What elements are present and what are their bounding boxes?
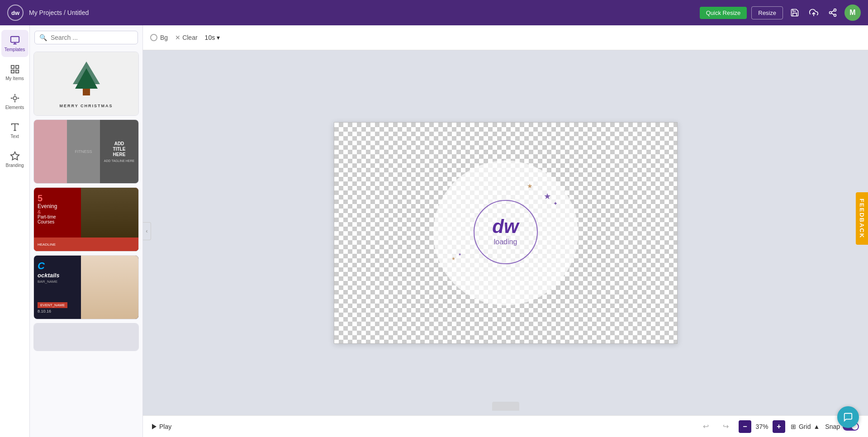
play-label: Play [159, 423, 171, 430]
svg-line-4 [831, 13, 834, 14]
canvas-toolbar: Bg ✕ Clear 10s ▾ [143, 25, 868, 50]
zoom-out-button[interactable]: − [739, 420, 751, 433]
bottom-right: ↩ ↪ − 37% + ⊞ Grid ▲ Snap [699, 419, 859, 434]
shapes-icon [10, 93, 20, 103]
template-cocktail[interactable]: C ocktails BAR_NAME EVENT_NAME 8.10.16 [33, 255, 139, 319]
templates-list: MERRY CHRISTMAS FITNESS ADDTITLEHERE ADD… [30, 48, 142, 437]
redo-button[interactable]: ↪ [719, 419, 733, 434]
svg-marker-16 [10, 152, 19, 159]
sidebar-item-templates[interactable]: Templates [1, 30, 28, 57]
template-evening[interactable]: 5 Evening & Part-time Courses HEADLINE [33, 187, 139, 252]
grid-control[interactable]: ⊞ Grid ▲ [791, 423, 820, 430]
bg-label: Bg [160, 34, 168, 41]
search-icon: 🔍 [39, 34, 47, 41]
bg-radio-circle [150, 34, 157, 41]
bottom-left: Play [152, 423, 171, 430]
svg-rect-19 [83, 89, 90, 95]
template-extra-preview [34, 323, 138, 351]
template-gym[interactable]: FITNESS ADDTITLEHERE ADD TAGLINE HERE [33, 119, 139, 184]
star-1: ★ [527, 182, 533, 190]
christmas-tree-icon [68, 59, 104, 100]
zoom-controls: − 37% + [739, 420, 785, 433]
zoom-in-button[interactable]: + [773, 420, 785, 433]
template-christmas-preview: MERRY CHRISTMAS [34, 52, 138, 115]
templates-panel: 🔍 MERRY CHRISTMAS [30, 25, 143, 437]
svg-line-5 [831, 10, 834, 12]
sidebar-icons: Templates My Items Elements Text [0, 25, 30, 437]
save-button[interactable] [787, 5, 802, 20]
zoom-level: 37% [754, 423, 770, 430]
topbar-left: dw My Projects / Untitled [7, 5, 89, 21]
sidebar-label-elements: Elements [5, 105, 24, 110]
star-4: ★ [451, 256, 455, 261]
chat-button[interactable] [837, 406, 859, 428]
play-button[interactable]: Play [152, 423, 171, 430]
svg-point-3 [834, 14, 836, 16]
chat-icon [843, 412, 853, 422]
template-gym-preview: FITNESS ADDTITLEHERE ADD TAGLINE HERE [34, 120, 138, 183]
evening-text: 5 Evening & Part-time Courses [38, 193, 57, 224]
svg-rect-10 [15, 65, 18, 68]
app-logo[interactable]: dw [7, 5, 24, 21]
canvas-container[interactable]: ★ ★ ✦ ★ ★ dw loading [334, 122, 678, 344]
resize-button[interactable]: Resize [751, 6, 783, 19]
clear-button[interactable]: ✕ Clear [175, 34, 197, 41]
share-button[interactable] [825, 5, 840, 20]
svg-point-2 [830, 12, 832, 14]
text-icon [10, 122, 20, 132]
template-extra[interactable] [33, 323, 139, 351]
cocktail-footer: EVENT_NAME 8.10.16 [38, 302, 67, 314]
bg-radio[interactable]: Bg [150, 34, 168, 41]
sidebar-label-my-items: My Items [5, 76, 24, 81]
cocktail-text: C ocktails BAR_NAME [38, 260, 59, 284]
branding-icon [10, 151, 20, 161]
evening-footer: HEADLINE [34, 238, 138, 251]
grid-label: Grid [799, 423, 811, 430]
share-icon [828, 8, 837, 17]
search-input[interactable] [51, 34, 133, 41]
svg-rect-6 [10, 36, 19, 42]
scroll-indicator [492, 402, 519, 411]
x-icon: ✕ [175, 34, 180, 41]
duration-control[interactable]: 10s ▾ [205, 34, 220, 41]
loading-dw-text: dw [492, 217, 518, 236]
undo-button[interactable]: ↩ [699, 419, 713, 434]
grid-icon: ⊞ [791, 423, 796, 430]
sidebar-item-elements[interactable]: Elements [1, 88, 28, 115]
search-area: 🔍 [30, 25, 142, 48]
upload-button[interactable] [806, 5, 821, 20]
gym-col2: FITNESS [67, 120, 100, 183]
loading-overlay: ★ ★ ✦ ★ ★ dw loading [334, 123, 677, 343]
svg-rect-11 [11, 70, 14, 72]
upload-icon [809, 8, 818, 17]
quick-resize-button[interactable]: Quick Resize [700, 7, 747, 19]
sidebar-label-templates: Templates [5, 47, 25, 52]
template-evening-preview: 5 Evening & Part-time Courses HEADLINE [34, 188, 138, 251]
feedback-tab[interactable]: FEEDBACK [856, 192, 868, 245]
template-christmas[interactable]: MERRY CHRISTMAS [33, 52, 139, 116]
bottom-bar: Play ↩ ↪ − 37% + ⊞ Grid ▲ [143, 415, 868, 437]
search-wrapper: 🔍 [34, 31, 138, 44]
sidebar-item-branding[interactable]: Branding [1, 146, 28, 173]
canvas-wrapper[interactable]: ★ ★ ✦ ★ ★ dw loading [143, 50, 868, 415]
star-2: ★ [544, 191, 551, 201]
save-icon [790, 8, 799, 17]
loading-status: loading [492, 238, 518, 246]
star-5: ★ [458, 252, 461, 256]
topbar: dw My Projects / Untitled Quick Resize R… [0, 0, 868, 25]
svg-rect-9 [11, 65, 14, 68]
duration-value: 10s [205, 34, 215, 41]
template-cocktail-preview: C ocktails BAR_NAME EVENT_NAME 8.10.16 [34, 256, 138, 319]
loading-logo-container: ★ ★ ✦ ★ ★ dw loading [470, 196, 542, 270]
sidebar-item-my-items[interactable]: My Items [1, 59, 28, 86]
svg-point-21 [474, 200, 537, 264]
breadcrumb: My Projects / Untitled [29, 9, 89, 16]
play-icon [152, 424, 157, 429]
main-area: Templates My Items Elements Text [0, 25, 868, 437]
loading-circle-svg [470, 196, 542, 268]
duration-chevron: ▾ [217, 34, 220, 41]
avatar[interactable]: M [844, 5, 861, 21]
canvas-area: ‹ Bg ✕ Clear 10s ▾ [143, 25, 868, 437]
loading-text-container: dw loading [492, 217, 518, 246]
sidebar-item-text[interactable]: Text [1, 117, 28, 144]
